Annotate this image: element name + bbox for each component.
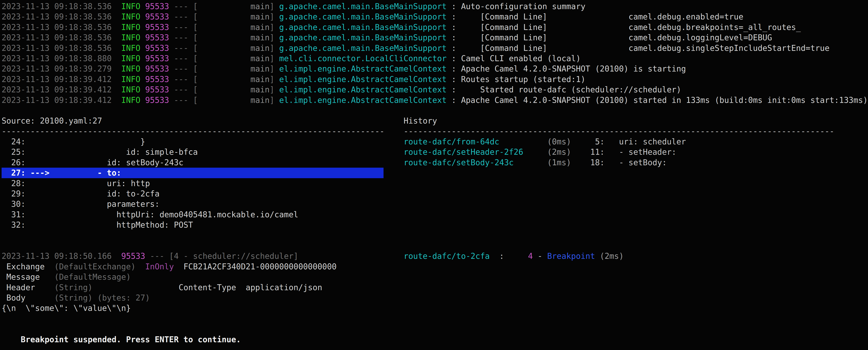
text-segment: 2023-11-13 09:18:39.412	[2, 75, 112, 84]
text-segment	[571, 158, 590, 167]
text-segment: INFO	[121, 2, 140, 11]
text-segment: --- [	[169, 64, 198, 73]
text-segment: --- [	[169, 12, 198, 21]
text-segment: mel.cli.connector.LocalCliConnector	[279, 54, 447, 63]
text-segment	[25, 148, 126, 157]
text-segment: 95533	[145, 64, 169, 73]
text-segment: INFO	[121, 75, 140, 84]
text-segment: id: to-2cfa	[107, 189, 160, 198]
text-segment	[174, 262, 183, 271]
text-segment: 2023-11-13 09:18:50.166	[2, 252, 112, 261]
row-panel-dividers: ----------------------------------------…	[2, 126, 868, 136]
text-segment: ]	[270, 96, 279, 105]
text-segment: (2ms)	[547, 148, 571, 157]
text-segment: :	[447, 33, 461, 42]
text-segment: g.apache.camel.main.BaseMainSupport	[279, 43, 447, 53]
text-segment: 30:	[2, 199, 25, 209]
text-segment: 2023-11-13 09:18:38.880	[2, 54, 112, 63]
text-segment: 95533	[145, 33, 169, 42]
text-segment	[604, 158, 619, 167]
text-segment	[102, 116, 404, 125]
text-segment	[2, 335, 21, 344]
terminal-screen: 2023-11-13 09:18:38.536 INFO 95533 --- […	[2, 1, 868, 350]
text-segment	[40, 272, 54, 282]
text-segment	[93, 283, 179, 292]
text-segment: id: setBody-243c	[107, 158, 183, 167]
row-log-camel-starting: 2023-11-13 09:18:39.279 INFO 95533 --- […	[2, 64, 868, 74]
text-segment: g.apache.camel.main.BaseMainSupport	[279, 23, 447, 32]
text-segment: main	[198, 64, 270, 73]
text-segment: 2023-11-13 09:18:38.536	[2, 23, 112, 32]
text-segment: - setHeader:	[619, 148, 676, 157]
text-segment: el.impl.engine.AbstractCamelContext	[279, 75, 447, 84]
text-segment: main	[198, 33, 270, 42]
text-segment: 11:	[590, 148, 604, 157]
row-source-32: 32: httpMethod: POST	[2, 220, 868, 230]
text-segment: ]	[270, 43, 279, 53]
text-segment: 95533	[145, 23, 169, 32]
text-segment: (DefaultExchange)	[54, 262, 135, 271]
text-segment: ]	[270, 85, 279, 94]
row-breakpoint-suspended-status: Breakpoint suspended. Press ENTER to con…	[2, 334, 868, 345]
text-segment	[112, 54, 121, 63]
text-segment: 2023-11-13 09:18:38.536	[2, 12, 112, 21]
text-segment	[145, 137, 403, 146]
text-segment: Breakpoint suspended. Press ENTER to con…	[21, 335, 241, 344]
text-segment: --- [	[169, 75, 198, 84]
text-segment	[50, 168, 97, 178]
row-blank	[2, 230, 868, 241]
text-segment	[140, 33, 145, 42]
text-segment	[25, 158, 107, 167]
text-segment: route-dafc/setBody-243c	[404, 158, 514, 167]
text-segment: 95533	[145, 54, 169, 63]
text-segment: INFO	[121, 96, 140, 105]
row-source-28: 28: uri: http	[2, 178, 868, 189]
text-segment: Header	[2, 283, 35, 292]
text-segment: 2023-11-13 09:18:39.412	[2, 85, 112, 94]
text-segment: main	[198, 85, 270, 94]
text-segment: Camel CLI enabled (local)	[461, 54, 581, 63]
text-segment: InOnly	[145, 262, 174, 271]
text-segment	[112, 43, 121, 53]
text-segment: ]	[270, 33, 279, 42]
text-segment: 18:	[590, 158, 604, 167]
text-segment	[595, 252, 600, 261]
text-segment	[112, 23, 121, 32]
text-segment: Auto-configuration summary	[461, 2, 585, 11]
row-log-cli-enabled: 2023-11-13 09:18:38.880 INFO 95533 --- […	[2, 53, 868, 64]
text-segment	[504, 252, 528, 261]
text-segment: --- [	[169, 2, 198, 11]
text-segment: 2023-11-13 09:18:38.536	[2, 2, 112, 11]
breakpoint-highlight-bar: 27: ---> - to:	[2, 168, 383, 178]
text-segment: 95533	[145, 12, 169, 21]
text-segment: INFO	[121, 54, 140, 63]
text-segment	[25, 179, 107, 188]
text-segment: main	[198, 43, 270, 53]
text-segment: main	[198, 75, 270, 84]
row-log-debug-logginglevel: 2023-11-13 09:18:38.536 INFO 95533 --- […	[2, 32, 868, 43]
text-segment: 95533	[145, 96, 169, 105]
text-segment	[25, 210, 117, 219]
text-segment	[25, 293, 54, 302]
terminal-window[interactable]: 2023-11-13 09:18:38.536 INFO 95533 --- […	[0, 0, 868, 350]
row-source-26-history-setbody: 26: id: setBody-243c route-dafc/setBody-…	[2, 157, 868, 168]
text-segment: httpMethod: POST	[117, 220, 193, 229]
text-segment: ----------------------------------------…	[404, 127, 834, 136]
text-segment	[499, 137, 547, 146]
text-segment: }	[140, 137, 145, 146]
text-segment: INFO	[121, 85, 140, 94]
text-segment: main	[198, 54, 270, 63]
text-segment: ]	[270, 12, 279, 21]
text-segment	[604, 137, 619, 146]
text-segment: :	[490, 252, 504, 261]
text-segment: --- [4 - scheduler://scheduler]	[145, 252, 298, 261]
text-segment: (2ms)	[600, 252, 624, 261]
row-log-debug-breakpoints: 2023-11-13 09:18:38.536 INFO 95533 --- […	[2, 22, 868, 32]
text-segment: 27: --->	[2, 168, 50, 178]
text-segment: g.apache.camel.main.BaseMainSupport	[279, 33, 447, 42]
text-segment: --- [	[169, 96, 198, 105]
row-blank	[2, 241, 868, 251]
text-segment: 28:	[2, 179, 25, 188]
text-segment	[523, 148, 547, 157]
text-segment	[140, 12, 145, 21]
